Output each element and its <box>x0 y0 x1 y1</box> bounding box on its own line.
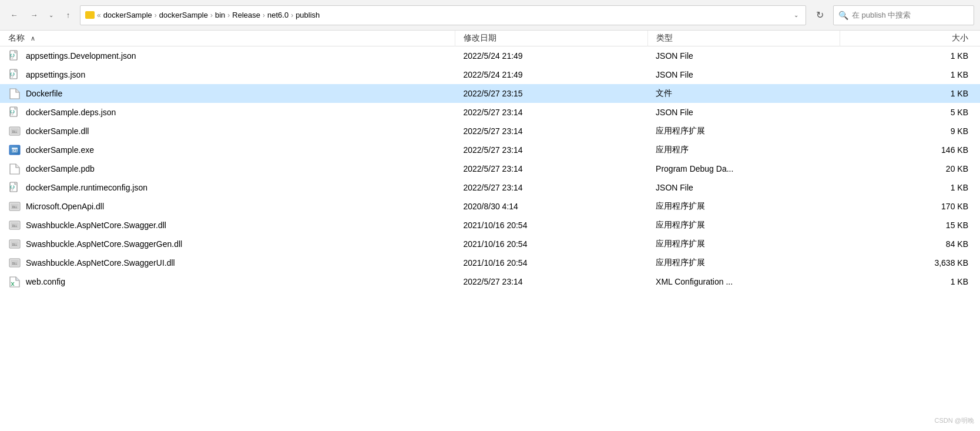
svg-text:EXE: EXE <box>12 149 18 152</box>
file-date-cell: 2022/5/27 23:14 <box>455 272 647 291</box>
file-name-cell: Dockerfile <box>0 84 455 103</box>
col-header-type[interactable]: 类型 <box>647 31 840 46</box>
table-row[interactable]: { } appsettings.Development.json 2022/5/… <box>0 46 980 66</box>
history-dropdown-button[interactable]: ⌄ <box>46 7 56 24</box>
dll-file-icon: DLL <box>9 219 21 231</box>
file-name: dockerSample.pdb <box>26 164 95 173</box>
file-type-cell: Program Debug Da... <box>647 159 840 178</box>
json-file-icon: { } <box>9 50 21 62</box>
svg-text:DLL: DLL <box>12 225 18 228</box>
file-name-cell: { } dockerSample.deps.json <box>0 103 455 122</box>
table-row[interactable]: dockerSample.pdb 2022/5/27 23:14 Program… <box>0 159 980 178</box>
table-row[interactable]: DLL Swashbuckle.AspNetCore.SwaggerUI.dll… <box>0 253 980 272</box>
json-file-icon: { } <box>9 69 21 81</box>
file-type-cell: JSON File <box>647 178 840 197</box>
file-name: dockerSample.runtimeconfig.json <box>26 183 147 192</box>
table-row[interactable]: DLL Swashbuckle.AspNetCore.Swagger.dll 2… <box>0 216 980 235</box>
file-type-cell: 应用程序扩展 <box>647 197 840 216</box>
file-name: Swashbuckle.AspNetCore.SwaggerUI.dll <box>26 258 175 268</box>
file-name: appsettings.Development.json <box>26 51 136 61</box>
file-name-cell: DLL Swashbuckle.AspNetCore.SwaggerGen.dl… <box>0 235 455 253</box>
up-button[interactable]: ↑ <box>60 7 76 24</box>
search-bar: 🔍 <box>833 5 974 25</box>
file-list-container: 名称 ∧ 修改日期 类型 大小 { } appsettings.Developm… <box>0 31 980 291</box>
file-name-cell: { } appsettings.Development.json <box>0 46 455 66</box>
file-icon-container: { } <box>8 181 21 194</box>
file-name-cell: DLL Swashbuckle.AspNetCore.Swagger.dll <box>0 216 455 235</box>
col-header-date[interactable]: 修改日期 <box>455 31 647 46</box>
file-name: Swashbuckle.AspNetCore.SwaggerGen.dll <box>26 239 182 249</box>
exe-file-icon: EXE <box>9 144 21 156</box>
file-size-cell: 9 KB <box>840 122 980 141</box>
col-header-size[interactable]: 大小 <box>840 31 980 46</box>
table-row[interactable]: web.config 2022/5/27 23:14 XML Configura… <box>0 272 980 291</box>
file-icon-container: DLL <box>8 200 21 213</box>
file-name: dockerSample.deps.json <box>26 108 116 117</box>
breadcrumb-item-net60[interactable]: net6.0 <box>267 11 288 19</box>
col-header-name[interactable]: 名称 ∧ <box>0 31 455 46</box>
file-date-cell: 2021/10/16 20:54 <box>455 253 647 272</box>
file-icon-container <box>8 87 21 100</box>
file-icon-container: DLL <box>8 125 21 138</box>
forward-button[interactable]: → <box>26 7 42 24</box>
file-name: Microsoft.OpenApi.dll <box>26 202 104 211</box>
file-name: appsettings.json <box>26 70 85 79</box>
file-name-cell: { } appsettings.json <box>0 65 455 84</box>
file-name-cell: web.config <box>0 272 455 291</box>
file-size-cell: 15 KB <box>840 216 980 235</box>
svg-text:DLL: DLL <box>12 131 18 133</box>
address-bar: ← → ⌄ ↑ « dockerSample › dockerSample › … <box>0 0 980 31</box>
file-type-cell: 应用程序扩展 <box>647 253 840 272</box>
file-name-cell: dockerSample.pdb <box>0 159 455 178</box>
pdb-file-icon <box>9 163 21 175</box>
breadcrumb-item-bin[interactable]: bin <box>215 11 225 19</box>
file-type-cell: JSON File <box>647 103 840 122</box>
file-type-cell: XML Configuration ... <box>647 272 840 291</box>
file-size-cell: 146 KB <box>840 141 980 159</box>
back-button[interactable]: ← <box>6 7 22 24</box>
file-name-cell: DLL dockerSample.dll <box>0 122 455 141</box>
table-row[interactable]: EXE dockerSample.exe 2022/5/27 23:14 应用程… <box>0 141 980 159</box>
file-size-cell: 1 KB <box>840 272 980 291</box>
table-row[interactable]: { } dockerSample.deps.json 2022/5/27 23:… <box>0 103 980 122</box>
file-name: Dockerfile <box>26 89 62 98</box>
table-row[interactable]: { } appsettings.json 2022/5/24 21:49 JSO… <box>0 65 980 84</box>
svg-marker-13 <box>10 164 19 174</box>
table-row[interactable]: DLL Swashbuckle.AspNetCore.SwaggerGen.dl… <box>0 235 980 253</box>
file-icon-container: { } <box>8 106 21 119</box>
search-input[interactable] <box>852 11 969 19</box>
file-icon-container <box>8 162 21 175</box>
file-icon-container: DLL <box>8 238 21 250</box>
file-date-cell: 2022/5/27 23:14 <box>455 103 647 122</box>
file-icon-container: { } <box>8 49 21 62</box>
file-size-cell: 170 KB <box>840 197 980 216</box>
refresh-button[interactable]: ↻ <box>810 5 830 25</box>
table-row[interactable]: Dockerfile 2022/5/27 23:15 文件 1 KB <box>0 84 980 103</box>
file-type-cell: 应用程序扩展 <box>647 122 840 141</box>
search-icon: 🔍 <box>838 11 848 20</box>
dll-file-icon: DLL <box>9 201 21 212</box>
breadcrumb-item-release[interactable]: Release <box>232 11 260 19</box>
file-icon-container: DLL <box>8 219 21 232</box>
table-row[interactable]: DLL Microsoft.OpenApi.dll 2020/8/30 4:14… <box>0 197 980 216</box>
file-icon-container: EXE <box>8 143 21 156</box>
json-file-icon: { } <box>9 106 21 118</box>
table-row[interactable]: { } dockerSample.runtimeconfig.json 2022… <box>0 178 980 197</box>
svg-marker-4 <box>10 89 19 99</box>
file-size-cell: 1 KB <box>840 178 980 197</box>
file-date-cell: 2022/5/27 23:15 <box>455 84 647 103</box>
dll-file-icon: DLL <box>9 125 21 137</box>
breadcrumb-item-dockersample2[interactable]: dockerSample <box>159 11 208 19</box>
file-size-cell: 1 KB <box>840 46 980 66</box>
table-row[interactable]: DLL dockerSample.dll 2022/5/27 23:14 应用程… <box>0 122 980 141</box>
file-date-cell: 2021/10/16 20:54 <box>455 216 647 235</box>
generic-file-icon <box>9 88 21 99</box>
svg-text:DLL: DLL <box>12 243 18 246</box>
breadcrumb-item-publish[interactable]: publish <box>296 11 320 19</box>
dll-file-icon: DLL <box>9 238 21 250</box>
breadcrumb-item-dockersample1[interactable]: dockerSample <box>103 11 152 19</box>
watermark: CSDN @明晚 <box>935 416 974 425</box>
svg-text:DLL: DLL <box>12 262 18 265</box>
breadcrumb-dropdown-button[interactable]: ⌄ <box>791 12 801 18</box>
folder-icon <box>85 11 95 19</box>
